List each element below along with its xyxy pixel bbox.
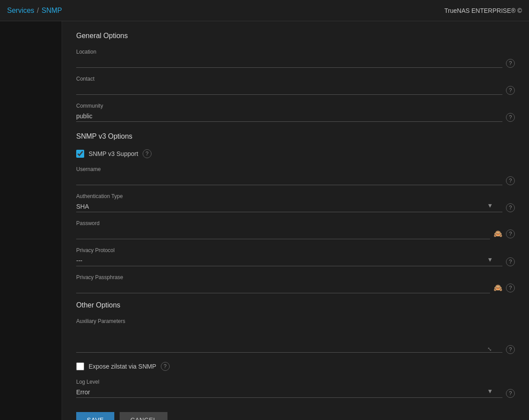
other-options-title: Other Options xyxy=(76,301,515,309)
general-options-title: General Options xyxy=(76,32,515,40)
privacy-protocol-help-icon[interactable]: ? xyxy=(506,257,515,266)
snmp-v3-support-checkbox[interactable] xyxy=(76,150,84,158)
aux-params-field: Auxiliary Parameters ⤡ ? xyxy=(76,318,515,354)
privacy-protocol-select[interactable]: --- AES DES xyxy=(76,255,502,266)
privacy-protocol-label: Privacy Protocol xyxy=(76,247,515,253)
location-input[interactable] xyxy=(76,57,502,68)
community-help-icon[interactable]: ? xyxy=(506,113,515,122)
breadcrumb-current: SNMP xyxy=(42,7,62,15)
snmp-v3-support-label: SNMP v3 Support xyxy=(89,150,138,157)
log-level-field: Log Level Emergency Alert Critical Error… xyxy=(76,379,515,398)
expose-zilstat-label: Expose zilstat via SNMP xyxy=(89,363,156,370)
privacy-passphrase-help-icon[interactable]: ? xyxy=(506,284,515,292)
expose-zilstat-checkbox[interactable] xyxy=(76,362,84,370)
log-level-select[interactable]: Emergency Alert Critical Error Warning N… xyxy=(76,387,502,398)
username-field: Username ? xyxy=(76,166,515,185)
breadcrumb-separator: / xyxy=(37,7,39,15)
buttons-row: SAVE CANCEL xyxy=(76,412,515,420)
username-label: Username xyxy=(76,166,502,172)
auth-type-help-icon[interactable]: ? xyxy=(506,203,515,212)
aux-params-textarea[interactable] xyxy=(76,326,502,353)
password-field: Password 🙈 ? xyxy=(76,220,515,239)
resize-icon: ⤡ xyxy=(487,346,492,352)
other-options-section: Other Options Auxiliary Parameters ⤡ ? E… xyxy=(76,301,515,398)
username-help-icon[interactable]: ? xyxy=(506,176,515,185)
privacy-passphrase-label: Privacy Passphrase xyxy=(76,274,515,280)
main-layout: General Options Location ? Contact ? xyxy=(0,21,529,420)
privacy-passphrase-field: Privacy Passphrase 🙈 ? xyxy=(76,274,515,293)
header: Services / SNMP TrueNAS ENTERPRISE® © xyxy=(0,0,529,21)
snmp-v3-title: SNMP v3 Options xyxy=(76,132,515,140)
aux-params-help-icon[interactable]: ? xyxy=(506,345,515,354)
snmp-v3-support-help-icon[interactable]: ? xyxy=(143,149,152,158)
password-visibility-icon[interactable]: 🙈 xyxy=(494,229,502,238)
aux-params-label: Auxiliary Parameters xyxy=(76,318,515,324)
location-help-icon[interactable]: ? xyxy=(506,59,515,68)
breadcrumb-services-link[interactable]: Services xyxy=(7,7,34,15)
contact-help-icon[interactable]: ? xyxy=(506,86,515,95)
auth-type-select[interactable]: SHA MD5 --- xyxy=(76,201,502,212)
expose-zilstat-help-icon[interactable]: ? xyxy=(161,362,170,371)
community-input[interactable] xyxy=(76,111,502,122)
contact-input[interactable] xyxy=(76,84,502,95)
cancel-button[interactable]: CANCEL xyxy=(120,412,167,420)
privacy-passphrase-visibility-icon[interactable]: 🙈 xyxy=(494,284,502,292)
location-label: Location xyxy=(76,49,502,55)
privacy-passphrase-input[interactable] xyxy=(76,282,490,293)
sidebar xyxy=(0,21,62,420)
auth-type-field: Authentication Type SHA MD5 --- ▾ ? xyxy=(76,193,515,212)
privacy-protocol-field: Privacy Protocol --- AES DES ▾ ? xyxy=(76,247,515,266)
expose-zilstat-row: Expose zilstat via SNMP ? xyxy=(76,362,515,371)
location-field: Location ? xyxy=(76,49,515,68)
save-button[interactable]: SAVE xyxy=(76,412,114,420)
brand-label: TrueNAS ENTERPRISE® © xyxy=(444,7,522,14)
snmp-v3-support-row: SNMP v3 Support ? xyxy=(76,149,515,158)
contact-label: Contact xyxy=(76,76,502,82)
snmp-v3-section: SNMP v3 Options SNMP v3 Support ? Userna… xyxy=(76,132,515,293)
content-area: General Options Location ? Contact ? xyxy=(62,21,529,420)
community-field: Community ? xyxy=(76,103,515,122)
log-level-label: Log Level xyxy=(76,379,515,385)
username-input[interactable] xyxy=(76,174,502,185)
log-level-help-icon[interactable]: ? xyxy=(506,389,515,398)
password-help-icon[interactable]: ? xyxy=(506,229,515,238)
auth-type-label: Authentication Type xyxy=(76,193,515,199)
contact-field: Contact ? xyxy=(76,76,515,95)
breadcrumb: Services / SNMP xyxy=(7,7,62,15)
password-label: Password xyxy=(76,220,515,226)
password-input[interactable] xyxy=(76,228,490,239)
community-label: Community xyxy=(76,103,502,109)
